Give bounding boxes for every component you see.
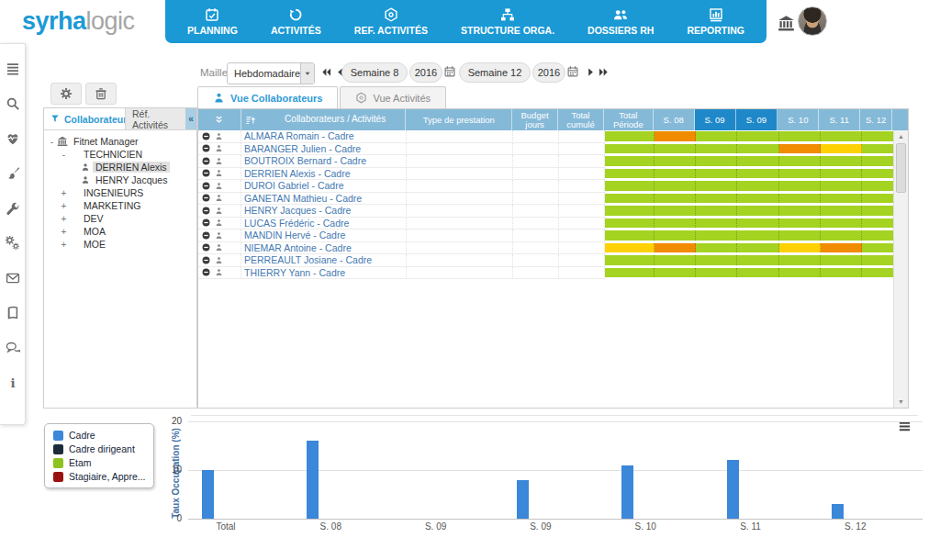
week-value-cell[interactable] <box>605 168 655 181</box>
week-value-cell[interactable] <box>779 130 821 143</box>
nav-tab-activit-s[interactable]: ACTIVITÉS <box>262 0 330 43</box>
chat-icon[interactable] <box>6 341 20 355</box>
table-row[interactable]: PERREAULT Josiane - Cadre <box>198 254 908 267</box>
type-prestation-cell[interactable] <box>407 205 513 218</box>
week-value-cell[interactable] <box>655 218 696 230</box>
info-icon[interactable]: i <box>6 375 20 390</box>
week-value-cell[interactable] <box>655 193 696 206</box>
to-year-field[interactable]: 2016 <box>532 62 565 83</box>
collaborator-name-cell[interactable]: BOUTROIX Bernard - Cadre <box>241 155 407 168</box>
legend-item-etam[interactable]: Etam <box>53 457 145 468</box>
week-value-cell[interactable] <box>696 205 737 218</box>
nav-tab-planning[interactable]: PLANNING <box>178 0 247 43</box>
week-value-cell[interactable] <box>655 230 696 242</box>
week-value-cell[interactable] <box>862 230 894 242</box>
week-value-cell[interactable] <box>821 155 862 168</box>
legend-item-cadre-dirigeant[interactable]: Cadre dirigeant <box>53 443 145 454</box>
book-icon[interactable] <box>6 306 20 320</box>
week-value-cell[interactable] <box>696 242 737 255</box>
week-value-cell[interactable] <box>862 218 894 230</box>
organization-bank-icon[interactable] <box>778 15 795 32</box>
tree-delete-button[interactable] <box>85 83 117 105</box>
week-value-cell[interactable] <box>737 230 779 242</box>
week-value-cell[interactable] <box>821 205 862 218</box>
collapse-row-icon[interactable] <box>202 218 210 227</box>
tree-item-henry-jacques[interactable]: HENRY Jacques <box>46 174 195 186</box>
week-value-cell[interactable] <box>779 155 821 168</box>
week-value-cell[interactable] <box>821 168 862 181</box>
type-prestation-cell[interactable] <box>407 267 513 280</box>
week-value-cell[interactable] <box>655 130 696 143</box>
week-value-cell[interactable] <box>655 205 696 218</box>
week-value-cell[interactable] <box>862 254 894 267</box>
week-value-cell[interactable] <box>655 168 696 181</box>
week-value-cell[interactable] <box>696 254 737 267</box>
collaborator-name-cell[interactable]: DERRIEN Alexis - Cadre <box>241 168 407 181</box>
week-value-cell[interactable] <box>862 193 894 206</box>
week-value-cell[interactable] <box>821 242 862 255</box>
type-prestation-cell[interactable] <box>407 180 513 193</box>
column-header-type[interactable]: Type de prestation <box>406 109 512 130</box>
collapse-panel-button[interactable]: « <box>185 108 196 129</box>
collapse-row-icon[interactable] <box>202 132 210 140</box>
collaborator-name-cell[interactable]: MANDIN Hervé - Cadre <box>241 230 407 242</box>
tree-item-fitnet-manager[interactable]: -Fitnet Manager <box>46 135 195 148</box>
tree-expander[interactable]: - <box>60 150 68 160</box>
tree-item-marketing[interactable]: +MARKETING <box>46 199 195 212</box>
week-value-cell[interactable] <box>862 143 894 156</box>
tree-expander[interactable]: + <box>60 201 68 211</box>
week-value-cell[interactable] <box>696 193 737 206</box>
collapse-row-icon[interactable] <box>202 243 210 252</box>
week-value-cell[interactable] <box>862 180 894 193</box>
week-value-cell[interactable] <box>737 180 779 193</box>
table-row[interactable]: THIERRY Yann - Cadre <box>198 267 908 280</box>
week-value-cell[interactable] <box>696 230 737 242</box>
collapse-row-icon[interactable] <box>202 144 210 152</box>
week-value-cell[interactable] <box>696 143 737 156</box>
week-value-cell[interactable] <box>862 205 894 218</box>
week-value-cell[interactable] <box>605 230 655 242</box>
week-value-cell[interactable] <box>862 267 894 280</box>
week-value-cell[interactable] <box>779 218 821 230</box>
collaborator-name-cell[interactable]: HENRY Jacques - Cadre <box>241 205 407 218</box>
from-week-field[interactable]: Semaine 8 <box>341 62 408 83</box>
type-prestation-cell[interactable] <box>407 193 513 206</box>
week-value-cell[interactable] <box>655 143 696 156</box>
collaborator-name-cell[interactable]: ALMARA Romain - Cadre <box>241 130 407 143</box>
collapse-row-icon[interactable] <box>202 169 210 177</box>
week-value-cell[interactable] <box>605 155 655 168</box>
week-value-cell[interactable] <box>821 180 862 193</box>
column-header-cumul[interactable]: Total cumulé <box>558 109 604 130</box>
week-value-cell[interactable] <box>779 254 821 267</box>
user-avatar[interactable] <box>798 6 827 36</box>
week-value-cell[interactable] <box>779 180 821 193</box>
week-value-cell[interactable] <box>605 267 655 280</box>
week-value-cell[interactable] <box>737 205 779 218</box>
week-value-cell[interactable] <box>779 242 821 255</box>
week-value-cell[interactable] <box>605 218 655 230</box>
tree-item-ingenieurs[interactable]: +INGENIEURS <box>46 186 195 199</box>
prev-fast-button[interactable] <box>321 67 331 77</box>
week-value-cell[interactable] <box>862 168 894 181</box>
collapse-row-icon[interactable] <box>202 157 210 165</box>
collaborator-name-cell[interactable]: DUROI Gabriel - Cadre <box>241 180 407 193</box>
tree-expander[interactable]: + <box>60 227 68 237</box>
week-value-cell[interactable] <box>696 155 737 168</box>
type-prestation-cell[interactable] <box>407 230 513 242</box>
menu-list-icon[interactable] <box>6 62 20 76</box>
week-column-header-s-09[interactable]: S. 09 <box>695 109 736 130</box>
week-value-cell[interactable] <box>696 180 737 193</box>
tree-expander[interactable]: + <box>60 188 68 198</box>
collaborator-name-cell[interactable]: THIERRY Yann - Cadre <box>241 267 407 280</box>
tree-item-derrien-alexis[interactable]: DERRIEN Alexis <box>46 161 195 174</box>
bar-s-08[interactable] <box>307 441 319 519</box>
table-row[interactable]: DERRIEN Alexis - Cadre <box>198 168 908 181</box>
week-value-cell[interactable] <box>605 205 655 218</box>
type-prestation-cell[interactable] <box>407 254 513 267</box>
table-row[interactable]: LUCAS Frédéric - Cadre <box>198 218 908 230</box>
type-prestation-cell[interactable] <box>407 242 513 255</box>
week-value-cell[interactable] <box>821 130 862 143</box>
week-value-cell[interactable] <box>605 193 655 206</box>
nav-tab-reporting[interactable]: REPORTING <box>678 0 754 43</box>
tree-item-technicien[interactable]: -TECHNICIEN <box>46 148 195 161</box>
